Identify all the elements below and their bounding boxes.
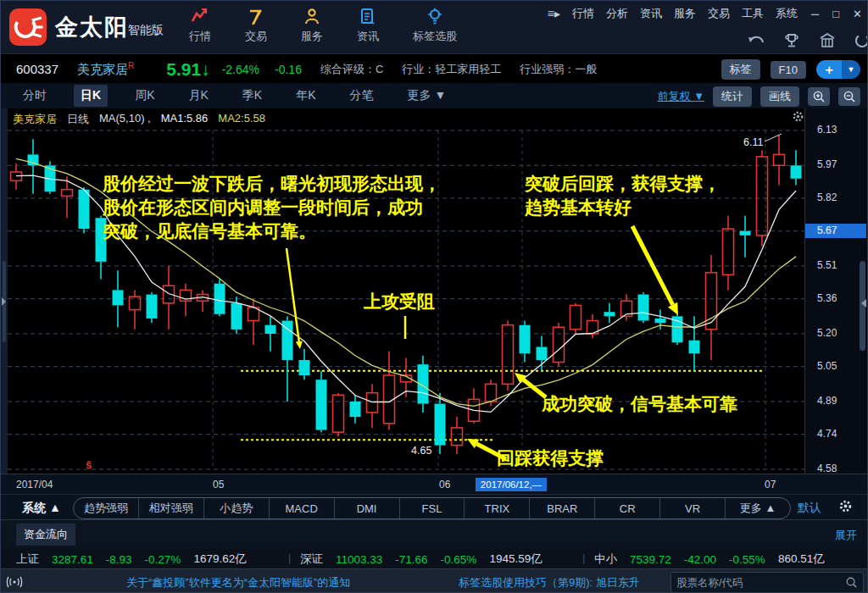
bulb-icon	[426, 7, 444, 27]
nav-item-交易[interactable]: 交易	[245, 7, 267, 44]
brand-swirl-icon[interactable]	[854, 31, 868, 53]
menu-item-工具[interactable]: 工具	[742, 6, 764, 21]
date-axis: 2017/06/12,— 2017/04050607	[1, 474, 868, 495]
svg-text:ŝ: ŝ	[86, 458, 92, 471]
f10-button[interactable]: F10	[771, 61, 806, 79]
chart-legend: 美克家居 日线 MA(5,10) , MA1:5.86 MA2:5.58	[13, 112, 265, 127]
indicator-tab-DMI[interactable]: DMI	[334, 498, 399, 518]
statistics-button[interactable]: 统计	[713, 86, 752, 107]
kline-tab-周K[interactable]: 周K	[128, 85, 161, 107]
stock-search-box	[670, 572, 864, 593]
menu-item-交易[interactable]: 交易	[708, 6, 730, 21]
indicator-tab-CR[interactable]: CR	[594, 498, 659, 518]
nav-item-label: 服务	[301, 29, 323, 44]
date-label: 07	[765, 479, 776, 490]
kline-chart[interactable]: 4.656.11ŝ	[8, 108, 804, 474]
menu-item-行情[interactable]: 行情	[572, 6, 594, 21]
index-change-pct: -0.27%	[145, 553, 181, 566]
indicator-tab-MACD[interactable]: MACD	[269, 498, 334, 518]
legend-ma2-value: MA2:5.58	[218, 112, 265, 127]
indicator-tabs: 趋势强弱相对强弱小趋势MACDDMIFSLTRIXBRARCRVR更多 ▲	[73, 497, 791, 519]
zoom-out-button[interactable]	[838, 87, 860, 106]
index-group-上证: 上证3287.61-8.93-0.27%1679.62亿	[16, 551, 247, 567]
price-tick: 5.20	[817, 327, 837, 339]
stock-price: 5.91↓	[166, 59, 209, 80]
list-menu-icon[interactable]: ≡▸	[548, 7, 560, 20]
index-value: 11003.33	[336, 553, 382, 566]
fund-flow-tab[interactable]: 资金流向	[16, 524, 75, 546]
menu-item-服务[interactable]: 服务	[674, 6, 696, 21]
index-separator: |	[582, 551, 585, 564]
trend-line-icon	[191, 7, 209, 27]
index-value: 3287.61	[52, 553, 93, 566]
exchange-building-icon[interactable]	[818, 31, 837, 53]
main-nav: 行情交易服务资讯标签选股	[189, 7, 457, 44]
undo-arrow-icon[interactable]	[747, 31, 765, 53]
nav-item-行情[interactable]: 行情	[189, 7, 211, 44]
price-tick: 5.97	[817, 158, 837, 170]
add-to-watchlist-button[interactable]: ＋ ▼	[816, 60, 860, 79]
menu-item-资讯[interactable]: 资讯	[640, 6, 662, 21]
minimize-button[interactable]: ─	[811, 8, 819, 20]
chevron-down-icon[interactable]: ▼	[842, 60, 860, 79]
left-panel-splitter[interactable]	[1, 108, 8, 474]
chart-settings-gear-icon[interactable]	[792, 110, 804, 126]
kline-tab-季K[interactable]: 季K	[236, 85, 269, 107]
kline-tab-分时[interactable]: 分时	[16, 85, 53, 107]
indicator-tab-小趋势[interactable]: 小趋势	[203, 498, 269, 518]
trophy-icon[interactable]	[782, 31, 801, 53]
magnifier-plus-icon	[812, 90, 826, 103]
adjust-mode-dropdown[interactable]: 前复权 ▼	[658, 89, 704, 104]
kline-tab-月K[interactable]: 月K	[181, 85, 214, 107]
kline-tab-年K[interactable]: 年K	[289, 85, 322, 107]
search-icon[interactable]	[845, 576, 858, 589]
indicator-tab-BRAR[interactable]: BRAR	[529, 498, 594, 518]
expand-button[interactable]: 展开	[835, 528, 857, 543]
kline-tab-分笔[interactable]: 分笔	[343, 85, 381, 107]
menu-item-分析[interactable]: 分析	[606, 6, 628, 21]
nav-item-资讯[interactable]: 资讯	[357, 7, 379, 44]
indicator-tab-FSL[interactable]: FSL	[399, 498, 465, 518]
stock-change-pct: -2.64%	[222, 63, 259, 76]
toolbar-right-icons	[747, 31, 868, 53]
indicator-tab-TRIX[interactable]: TRIX	[464, 498, 529, 518]
price-tick: 5.36	[817, 292, 837, 304]
draw-line-button[interactable]: 画线	[760, 86, 799, 107]
indicator-tab-更多[interactable]: 更多 ▲	[725, 498, 790, 518]
menu-item-系统[interactable]: 系统	[776, 6, 798, 21]
nav-item-服务[interactable]: 服务	[301, 7, 323, 44]
svg-text:4.65: 4.65	[411, 445, 431, 457]
app-window: 金太阳 智能版 行情交易服务资讯标签选股 ≡▸行情分析资讯服务交易工具系统─□✕…	[0, 0, 868, 593]
stock-search-input[interactable]	[671, 577, 845, 589]
kline-tab-日K[interactable]: 日K	[74, 85, 108, 107]
plus-icon[interactable]: ＋	[816, 60, 842, 79]
indicator-settings-gear-icon[interactable]	[838, 499, 853, 517]
nav-item-标签选股[interactable]: 标签选股	[413, 7, 457, 44]
price-tick: 5.82	[817, 191, 837, 203]
magnifier-minus-icon	[843, 90, 856, 103]
tag-button[interactable]: 标签	[721, 59, 760, 80]
system-indicator-menu[interactable]: 系统 ▲	[22, 501, 61, 516]
golden-sun-logo-icon	[12, 11, 44, 43]
notice-link-tips[interactable]: 标签选股使用技巧（第9期): 旭日东升	[459, 575, 640, 590]
stock-info-bar: 600337 美克家居R 5.91↓ -2.64% -0.16 综合评级：C 行…	[1, 53, 868, 84]
indicator-tab-趋势强弱[interactable]: 趋势强弱	[74, 498, 138, 518]
stock-change: -0.16	[275, 63, 302, 76]
close-button[interactable]: ✕	[853, 8, 862, 20]
price-tick: 4.74	[817, 428, 837, 440]
kline-tab-更多[interactable]: 更多 ▼	[401, 85, 453, 107]
scrollbar-arrow-icon[interactable]	[861, 299, 866, 308]
index-change-pct: -0.55%	[729, 553, 765, 566]
stock-summary: 600337 美克家居R 5.91↓ -2.64% -0.16 综合评级：C 行…	[16, 54, 597, 84]
price-tick: 4.58	[817, 463, 837, 474]
notice-link-rename[interactable]: 关于“鑫投顾”软件更名为“金太阳智能版”的通知	[126, 575, 350, 590]
app-logo[interactable]	[9, 8, 47, 46]
indicator-tab-VR[interactable]: VR	[659, 498, 725, 518]
zoom-in-button[interactable]	[808, 87, 830, 106]
maximize-button[interactable]: □	[832, 8, 839, 20]
default-layout-button[interactable]: 默认	[798, 501, 821, 516]
window-menu-row: ≡▸行情分析资讯服务交易工具系统─□✕	[548, 6, 862, 21]
index-turnover: 1945.59亿	[489, 551, 542, 567]
indicator-tab-相对强弱[interactable]: 相对强弱	[138, 498, 203, 518]
expand-left-panel-icon[interactable]	[2, 297, 6, 306]
